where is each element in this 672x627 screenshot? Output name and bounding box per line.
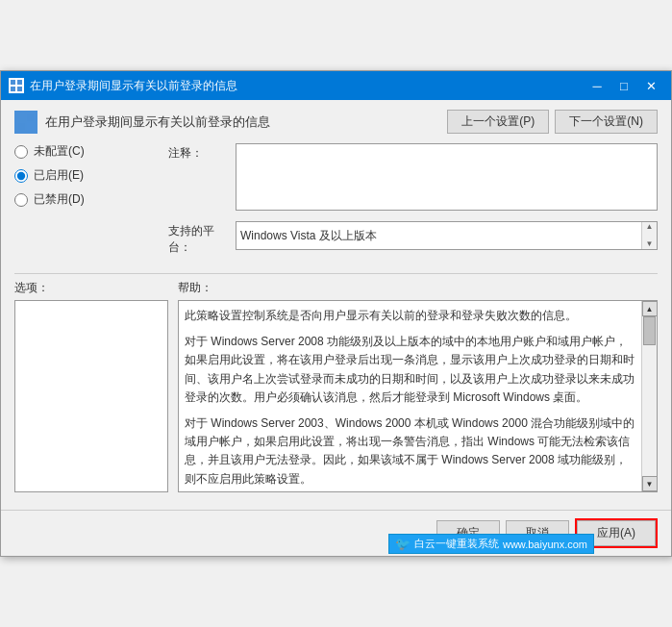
watermark: 🐦 白云一键重装系统 www.baiyunx.com <box>388 534 594 554</box>
title-bar-controls: ─ □ ✕ <box>585 76 663 95</box>
svg-rect-0 <box>11 80 15 85</box>
svg-rect-7 <box>27 123 34 130</box>
svg-rect-2 <box>11 87 15 91</box>
platform-value-text: Windows Vista 及以上版本 <box>240 228 377 244</box>
header-left: 在用户登录期间显示有关以前登录的信息 <box>14 111 270 134</box>
scroll-up-arrow: ▲ <box>646 223 654 231</box>
window-icon <box>9 78 24 93</box>
twitter-bird-icon: 🐦 <box>395 537 411 551</box>
help-scroll-down-button[interactable]: ▼ <box>642 476 658 491</box>
scroll-down-arrow: ▼ <box>646 240 654 248</box>
note-label: 注释： <box>168 143 236 162</box>
header-buttons: 上一个设置(P) 下一个设置(N) <box>447 110 658 134</box>
svg-rect-5 <box>27 114 34 121</box>
help-label: 帮助： <box>178 280 658 296</box>
radio-disabled[interactable]: 已禁用(D) <box>14 191 168 208</box>
platform-control: Windows Vista 及以上版本 ▲ ▼ <box>236 221 658 250</box>
radio-enabled-label: 已启用(E) <box>34 167 84 184</box>
help-panel: 帮助： 此策略设置控制系统是否向用户显示有关以前的登录和登录失败次数的信息。 对… <box>178 280 658 492</box>
help-box: 此策略设置控制系统是否向用户显示有关以前的登录和登录失败次数的信息。 对于 Wi… <box>178 300 658 492</box>
left-panel: 未配置(C) 已启用(E) 已禁用(D) <box>14 143 168 263</box>
title-bar-text: 在用户登录期间显示有关以前登录的信息 <box>30 78 585 94</box>
content-area: 在用户登录期间显示有关以前登录的信息 上一个设置(P) 下一个设置(N) 未配置… <box>1 100 671 502</box>
next-setting-button[interactable]: 下一个设置(N) <box>555 110 658 134</box>
svg-rect-3 <box>17 87 22 91</box>
header-row: 在用户登录期间显示有关以前登录的信息 上一个设置(P) 下一个设置(N) <box>14 110 658 134</box>
options-label: 选项： <box>14 280 168 296</box>
radio-not-configured-input[interactable] <box>14 145 28 159</box>
divider <box>14 273 658 274</box>
help-scroll-up-button[interactable]: ▲ <box>642 301 658 316</box>
help-scroll-thumb[interactable] <box>643 316 656 345</box>
platform-value-box: Windows Vista 及以上版本 ▲ ▼ <box>236 221 658 250</box>
close-button[interactable]: ✕ <box>638 76 663 95</box>
platform-label: 支持的平台： <box>168 221 236 256</box>
title-bar: 在用户登录期间显示有关以前登录的信息 ─ □ ✕ <box>1 71 671 100</box>
radio-enabled[interactable]: 已启用(E) <box>14 167 168 184</box>
svg-rect-4 <box>18 114 26 122</box>
help-para-0: 此策略设置控制系统是否向用户显示有关以前的登录和登录失败次数的信息。 <box>185 307 637 325</box>
bottom-panels: 选项： 帮助： 此策略设置控制系统是否向用户显示有关以前的登录和登录失败次数的信… <box>14 280 658 492</box>
main-window: 在用户登录期间显示有关以前登录的信息 ─ □ ✕ 在用户登录期间显示有关以前登录… <box>0 70 672 557</box>
platform-row: 支持的平台： Windows Vista 及以上版本 ▲ ▼ <box>168 221 658 256</box>
header-title: 在用户登录期间显示有关以前登录的信息 <box>45 113 270 131</box>
platform-scrollbar: ▲ ▼ <box>641 222 657 249</box>
watermark-text: 白云一键重装系统 <box>414 537 499 551</box>
options-panel: 选项： <box>14 280 168 492</box>
radio-not-configured[interactable]: 未配置(C) <box>14 143 168 160</box>
radio-group: 未配置(C) 已启用(E) 已禁用(D) <box>14 143 168 208</box>
help-scroll-track <box>642 316 657 476</box>
options-box <box>14 300 168 492</box>
radio-enabled-input[interactable] <box>14 169 28 183</box>
policy-icon <box>14 111 37 134</box>
main-body: 未配置(C) 已启用(E) 已禁用(D) 注释： <box>14 143 658 263</box>
maximize-button[interactable]: □ <box>611 76 636 95</box>
footer-bar: 🐦 白云一键重装系统 www.baiyunx.com 确定 取消 应用(A) <box>1 510 671 556</box>
help-para-1: 对于 Windows Server 2008 功能级别及以上版本的域中的本地用户… <box>185 333 637 407</box>
radio-not-configured-label: 未配置(C) <box>34 143 85 160</box>
radio-disabled-label: 已禁用(D) <box>34 191 85 208</box>
note-textarea[interactable] <box>236 143 658 211</box>
watermark-url: www.baiyunx.com <box>503 539 587 550</box>
note-row: 注释： <box>168 143 658 213</box>
note-control <box>236 143 658 213</box>
help-text-content: 此策略设置控制系统是否向用户显示有关以前的登录和登录失败次数的信息。 对于 Wi… <box>179 301 657 491</box>
minimize-button[interactable]: ─ <box>585 76 610 95</box>
right-panel: 注释： 支持的平台： Windows Vista 及以上版本 ▲ ▼ <box>168 143 658 263</box>
radio-disabled-input[interactable] <box>14 193 28 207</box>
svg-rect-1 <box>17 80 22 85</box>
help-scrollbar: ▲ ▼ <box>641 301 657 491</box>
help-para-2: 对于 Windows Server 2003、Windows 2000 本机或 … <box>185 414 637 489</box>
svg-rect-6 <box>18 123 25 130</box>
prev-setting-button[interactable]: 上一个设置(P) <box>447 110 549 134</box>
